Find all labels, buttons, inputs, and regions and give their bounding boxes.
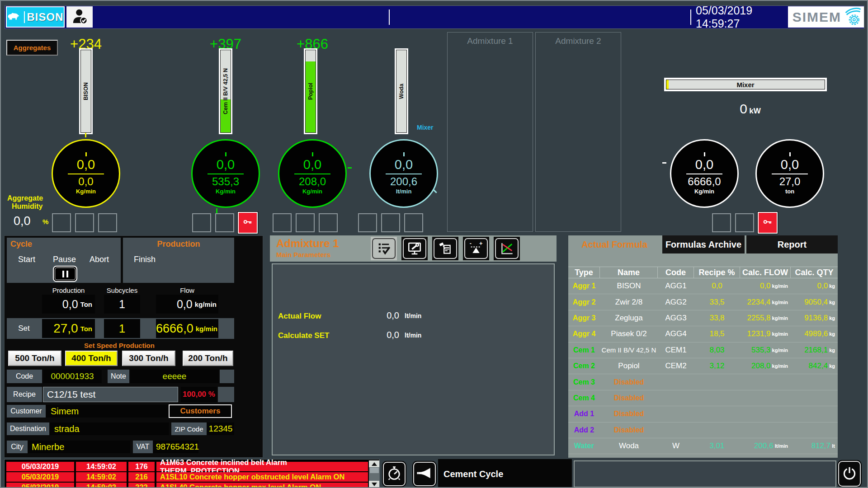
set-flow-field[interactable]: 6666,0 kg/min	[156, 319, 218, 338]
note-label: Note	[108, 370, 129, 383]
zip-field[interactable]: 12345	[207, 422, 234, 435]
calibration-button[interactable]	[494, 237, 520, 260]
alarm-row: 05/03/2019 14:59:02 216 A1SL10 Concrete …	[6, 472, 368, 482]
actual-production-value: 0,0 Ton	[42, 295, 95, 314]
manual-key-button[interactable]	[758, 212, 778, 234]
alarm-timer-button[interactable]	[383, 462, 406, 486]
formula-row: Water Woda W 3,01 200,6lt/min 812,7lt	[568, 438, 838, 454]
scroll-up-icon	[372, 462, 377, 466]
formula-table-header: Type Name Code Recipe % Calc. FLOW Calc.…	[568, 267, 838, 278]
humidity-value: 0,0	[14, 214, 31, 228]
output-checkbox[interactable]	[52, 213, 71, 232]
output-checkbox[interactable]	[98, 213, 117, 232]
actual-flow-value: 0,0 kg/min	[156, 295, 218, 314]
production-box: Production Finish	[123, 238, 234, 283]
hmi-screen: BISON 05/03/2019 14:59:27 SIMEM Aggregat…	[0, 0, 868, 488]
speed-400-button[interactable]: 400 Ton/h	[65, 351, 118, 366]
formula-row: Cem 4 Disabled	[568, 390, 838, 406]
code-field[interactable]: 000001933	[43, 370, 102, 383]
set-label: Set	[7, 318, 41, 339]
manual-key-button[interactable]	[238, 212, 258, 234]
monitor-wrench-icon	[403, 238, 426, 259]
alarm-scroll-down[interactable]	[369, 481, 380, 488]
calculate-set-unit: lt/min	[405, 332, 421, 339]
destination-field[interactable]: strada	[50, 422, 169, 435]
gauge-actual: 0,0	[781, 157, 799, 172]
set-production-field[interactable]: 27,0 Ton	[42, 319, 95, 338]
horn-acknowledge-button[interactable]	[413, 462, 436, 486]
simem-gear-icon	[842, 6, 863, 28]
scale-adjust-button[interactable]: -+	[463, 237, 489, 260]
mixer-weight-gauge: 0,0 27,0 ton	[755, 139, 824, 208]
power-button[interactable]	[838, 461, 861, 487]
alarm-list: 05/03/2019 14:59:02 176 A1M63 Concrete i…	[4, 459, 380, 488]
gauge-unit: ton	[785, 188, 794, 195]
flow-gauge-aggregate: 0,0 0,0 Kg/min	[52, 139, 120, 208]
gauge-unit: lt/min	[396, 188, 412, 195]
output-checkbox[interactable]	[296, 213, 315, 232]
city-field[interactable]: Minerbe	[28, 441, 130, 453]
tab-actual-formula[interactable]: Actual Formula	[568, 235, 660, 253]
speed-300-button[interactable]: 300 Ton/h	[122, 351, 175, 366]
key-icon	[241, 217, 255, 229]
gauge-unit: Kg/min	[694, 188, 714, 195]
speed-500-button[interactable]: 500 Ton/h	[8, 351, 61, 366]
customer-field[interactable]: Simem	[46, 405, 169, 418]
alarm-scrollbar-track[interactable]	[369, 467, 380, 481]
flow-gauge-cem: 0,0 535,3 Kg/min	[191, 139, 260, 208]
dosing-report-button[interactable]	[432, 237, 458, 260]
output-checkbox[interactable]	[273, 213, 292, 232]
finish-button[interactable]: Finish	[134, 255, 156, 264]
production-title: Production	[123, 239, 234, 249]
gauge-needle-tick	[85, 133, 86, 137]
bison-logo: BISON	[6, 6, 65, 28]
flow-gauge-popiol: 0,0 208,0 Kg/min	[278, 139, 347, 208]
admixture-detail-subtitle: Main Parameters	[276, 251, 330, 258]
output-checkbox[interactable]	[358, 213, 377, 232]
checklist-button[interactable]	[371, 237, 397, 260]
output-checkbox[interactable]	[404, 213, 423, 232]
monitor-settings-button[interactable]	[401, 237, 428, 260]
alarm-scroll-up[interactable]	[369, 460, 380, 467]
pause-label[interactable]: Pause	[53, 255, 76, 264]
admixture1-column-title: Admixture 1	[467, 36, 513, 231]
output-checkbox[interactable]	[75, 213, 94, 232]
logo-divider	[24, 11, 25, 23]
aggregates-button[interactable]: Aggregates	[6, 40, 58, 56]
mixer-flow-gauge: 0,0 6666,0 Kg/min	[670, 139, 739, 208]
speed-200-button[interactable]: 200 Ton/h	[183, 351, 233, 366]
silo-bar-label: Cem II B/V 42,5 N	[222, 68, 229, 114]
pause-button[interactable]	[53, 266, 77, 282]
calibration-graph-icon	[495, 238, 519, 259]
output-checkbox[interactable]	[192, 213, 211, 232]
mixer-bar-label: Mixer	[666, 80, 825, 89]
svg-text:+: +	[479, 240, 482, 247]
output-checkbox[interactable]	[381, 213, 400, 232]
output-checkbox[interactable]	[319, 213, 338, 232]
gauge-set: 6666,0	[688, 175, 721, 188]
alarm-scrollbar-thumb[interactable]	[370, 468, 379, 473]
topbar-divider	[690, 9, 691, 25]
silo-bar-woda: Woda	[395, 48, 408, 134]
output-checkbox[interactable]	[215, 213, 234, 232]
gauge-setpoint-tick	[662, 162, 666, 164]
note-field[interactable]: eeeee	[130, 370, 219, 383]
recipe-field[interactable]: C12/15 test	[43, 387, 178, 402]
user-button[interactable]	[66, 6, 93, 28]
pour-document-icon	[434, 238, 457, 259]
vat-field[interactable]: 987654321	[153, 441, 198, 453]
tab-formulas-archive[interactable]: Formulas Archive	[662, 235, 745, 253]
set-subcycles-field[interactable]: 1	[104, 319, 140, 338]
formula-row: Cem 2 Popiol CEM2 3,12 208,0kg/min 842,4…	[568, 358, 838, 374]
formula-row: Add 2 Disabled	[568, 422, 838, 438]
output-checkbox[interactable]	[712, 213, 731, 232]
gauge-unit: Kg/min	[302, 188, 322, 195]
tab-report[interactable]: Report	[746, 235, 838, 253]
col-subcycles-label: Subcycles	[104, 286, 140, 294]
start-button[interactable]: Start	[18, 255, 35, 264]
formula-row: Aggr 4 Piasek 0/2 AGG4 18,5 1231,9kg/min…	[568, 326, 838, 342]
customers-button[interactable]: Customers	[169, 404, 232, 418]
abort-button[interactable]: Abort	[90, 255, 109, 264]
formula-row: Add 1 Disabled	[568, 406, 838, 422]
output-checkbox[interactable]	[735, 213, 754, 232]
